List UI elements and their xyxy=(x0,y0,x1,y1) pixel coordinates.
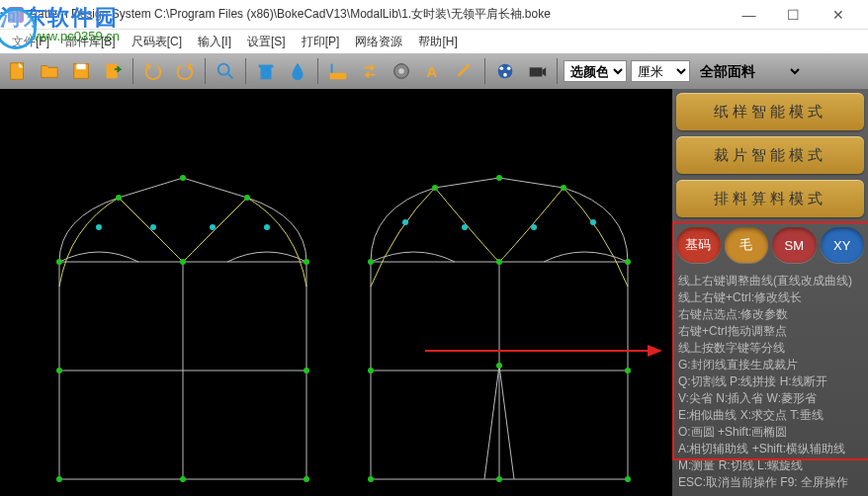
svg-rect-4 xyxy=(107,64,118,79)
mode-sidebar: 纸样智能模式 裁片智能模式 排料算料模式 基码 毛 SM XY 线上右键调整曲线… xyxy=(672,89,868,496)
open-folder-icon[interactable] xyxy=(36,57,63,85)
svg-point-34 xyxy=(180,476,186,482)
help-line: O:画圆 +Shift:画椭圆 xyxy=(678,424,864,441)
svg-point-39 xyxy=(368,476,374,482)
zoom-icon[interactable] xyxy=(212,57,239,85)
new-file-icon[interactable] xyxy=(4,57,32,85)
size-pill-row: 基码 毛 SM XY xyxy=(676,223,864,265)
menu-size[interactable]: 尺码表[C] xyxy=(126,32,188,52)
svg-rect-0 xyxy=(11,63,24,80)
material-select[interactable]: 全部面料 xyxy=(694,60,803,82)
camera-icon[interactable] xyxy=(523,57,551,85)
brush-icon[interactable] xyxy=(451,57,478,85)
layout-calc-mode-button[interactable]: 排料算料模式 xyxy=(676,180,864,217)
svg-point-41 xyxy=(496,175,502,181)
cut-smart-mode-button[interactable]: 裁片智能模式 xyxy=(676,136,864,174)
trash-icon[interactable] xyxy=(252,57,280,85)
undo-icon[interactable] xyxy=(139,57,167,85)
svg-point-15 xyxy=(500,66,504,70)
svg-point-47 xyxy=(625,368,631,373)
film-icon[interactable] xyxy=(491,57,519,85)
help-line: V:尖省 N:插入省 W:菱形省 xyxy=(678,390,864,407)
help-line: A:相切辅助线 +Shift:横纵辅助线 xyxy=(678,441,864,457)
help-line: 线上右键+Ctrl:修改线长 xyxy=(678,289,864,306)
svg-point-31 xyxy=(116,195,122,201)
svg-point-30 xyxy=(180,175,186,181)
window-title: Pattern Design System C:\Program Files (… xyxy=(30,6,551,23)
pill-sm[interactable]: SM xyxy=(772,227,817,263)
help-line: 右键点选点:修改参数 xyxy=(678,306,864,323)
svg-rect-18 xyxy=(530,67,543,76)
measure-icon[interactable] xyxy=(324,57,352,85)
pill-xy[interactable]: XY xyxy=(821,227,865,263)
svg-point-32 xyxy=(244,195,250,201)
help-line: Q:切割线 P:线拼接 H:线断开 xyxy=(678,373,864,390)
svg-point-56 xyxy=(531,224,537,230)
svg-point-48 xyxy=(496,363,502,369)
menu-settings[interactable]: 设置[S] xyxy=(241,32,292,52)
svg-point-38 xyxy=(625,259,631,265)
svg-rect-7 xyxy=(261,66,272,79)
pill-hair[interactable]: 毛 xyxy=(725,227,769,263)
help-line: E:相似曲线 X:求交点 T:垂线 xyxy=(678,407,864,424)
svg-point-50 xyxy=(264,224,270,230)
svg-point-52 xyxy=(210,224,216,230)
svg-point-43 xyxy=(561,185,566,191)
text-a-icon[interactable]: A xyxy=(419,57,447,85)
svg-point-29 xyxy=(304,476,309,482)
svg-point-33 xyxy=(180,259,186,265)
menu-help[interactable]: 帮助[H] xyxy=(412,32,463,52)
unit-select[interactable]: 厘米 xyxy=(631,60,690,82)
water-drop-icon[interactable] xyxy=(284,57,311,85)
window-controls: — ☐ ✕ xyxy=(727,1,860,29)
menu-bar: 文件[F] 部件库[B] 尺码表[C] 输入[I] 设置[S] 打印[P] 网络… xyxy=(0,30,868,53)
menu-input[interactable]: 输入[I] xyxy=(192,32,237,52)
svg-line-6 xyxy=(228,74,233,79)
pattern-drawing xyxy=(0,89,672,496)
shortcut-help-panel: 线上右键调整曲线(直线改成曲线) 线上右键+Ctrl:修改线长 右键点选点:修改… xyxy=(676,271,864,496)
menu-parts[interactable]: 部件库[B] xyxy=(59,32,122,52)
help-line: M:测量 R:切线 L:螺旋线 xyxy=(678,457,864,474)
help-line: 线上按数字键等分线 xyxy=(678,340,864,357)
svg-point-46 xyxy=(368,368,374,373)
svg-point-27 xyxy=(304,259,309,265)
minimize-button[interactable]: — xyxy=(727,1,771,29)
export-icon[interactable] xyxy=(99,57,127,85)
svg-point-42 xyxy=(432,185,438,191)
svg-point-36 xyxy=(304,368,309,373)
maximize-button[interactable]: ☐ xyxy=(771,1,816,29)
swap-icon[interactable] xyxy=(356,57,384,85)
svg-point-28 xyxy=(56,476,62,482)
toolbar: A 选颜色 厘米 全部面料 xyxy=(0,53,868,89)
app-icon xyxy=(8,7,24,23)
svg-point-35 xyxy=(56,368,62,373)
color-select[interactable]: 选颜色 xyxy=(564,60,627,82)
svg-point-55 xyxy=(462,224,468,230)
svg-rect-8 xyxy=(259,65,274,68)
menu-netres[interactable]: 网络资源 xyxy=(349,32,408,52)
close-button[interactable]: ✕ xyxy=(816,1,860,29)
pill-base[interactable]: 基码 xyxy=(676,227,721,263)
svg-point-12 xyxy=(398,68,404,74)
help-line: 线上右键调整曲线(直线改成曲线) xyxy=(678,273,864,289)
help-line: 右键+Ctrl拖动调整点 xyxy=(678,323,864,340)
svg-point-51 xyxy=(150,224,156,230)
help-line: G:封闭线直接生成裁片 xyxy=(678,357,864,373)
pattern-smart-mode-button[interactable]: 纸样智能模式 xyxy=(676,93,864,130)
save-icon[interactable] xyxy=(67,57,95,85)
redo-icon[interactable] xyxy=(171,57,199,85)
svg-point-54 xyxy=(590,219,596,225)
svg-point-26 xyxy=(56,259,62,265)
svg-text:A: A xyxy=(427,64,438,80)
menu-file[interactable]: 文件[F] xyxy=(6,32,55,52)
svg-point-37 xyxy=(368,259,374,265)
svg-point-5 xyxy=(218,64,229,75)
window-titlebar: Pattern Design System C:\Program Files (… xyxy=(0,0,868,30)
svg-point-17 xyxy=(503,73,507,77)
svg-rect-3 xyxy=(76,64,85,70)
svg-point-16 xyxy=(507,66,511,70)
pattern-canvas[interactable] xyxy=(0,89,672,496)
wheel-icon[interactable] xyxy=(388,57,415,85)
svg-point-45 xyxy=(496,476,502,482)
menu-print[interactable]: 打印[P] xyxy=(296,32,346,52)
